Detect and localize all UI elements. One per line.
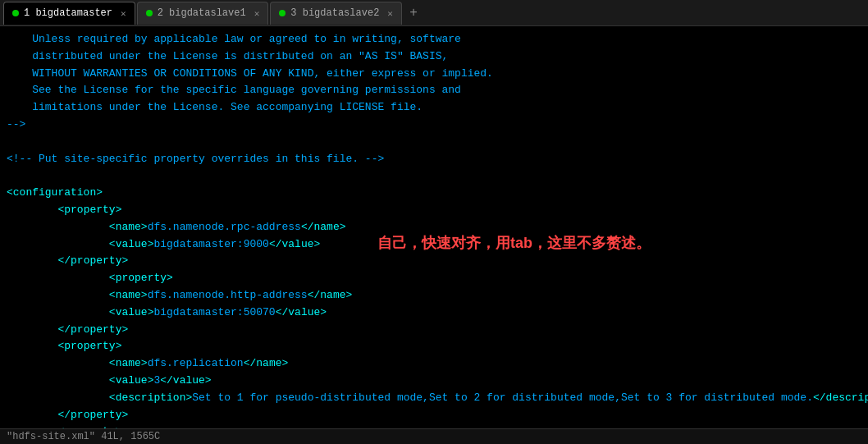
- property3-value: <value>3</value>: [7, 373, 861, 390]
- dot-3: [279, 10, 286, 16]
- tab-label-2: 2 bigdataslave1: [158, 7, 246, 19]
- configuration-open: <configuration>: [7, 185, 861, 202]
- tab-bigdataslave2[interactable]: 3 bigdataslave2 ✕: [270, 2, 402, 25]
- tab-label-1: 1 bigdatamaster: [24, 7, 112, 19]
- put-comment: <!-- Put site-specific property override…: [7, 151, 861, 168]
- license-line-2: distributed under the License is distrib…: [7, 48, 861, 66]
- editor-area: Unless required by applicable law or agr…: [0, 26, 868, 444]
- property3-desc: <description>Set to 1 for pseudo-distrib…: [7, 390, 861, 407]
- property2-close: </property>: [7, 322, 861, 339]
- active-dot: [12, 10, 19, 16]
- license-line-4: See the License for the specific languag…: [7, 82, 861, 99]
- blank-2: [7, 167, 861, 185]
- status-bar: "hdfs-site.xml" 41L, 1565C: [0, 428, 868, 444]
- property1-open: <property>: [7, 202, 861, 219]
- close-icon-1[interactable]: ✕: [121, 8, 126, 19]
- chinese-annotation: 自己，快速对齐，用tab，这里不多赘述。: [377, 233, 651, 253]
- license-line-5: limitations under the License. See accom…: [7, 99, 861, 117]
- close-icon-2[interactable]: ✕: [254, 8, 260, 19]
- property3-open: <property>: [7, 338, 861, 355]
- license-line-3: WITHOUT WARRANTIES OR CONDITIONS OF ANY …: [7, 66, 861, 83]
- license-line-1: Unless required by applicable law or agr…: [7, 31, 861, 48]
- comment-end: -->: [7, 117, 861, 134]
- tab-bar: 1 bigdatamaster ✕ 2 bigdataslave1 ✕ 3 bi…: [0, 0, 868, 26]
- tab-bigdatamaster[interactable]: 1 bigdatamaster ✕: [3, 2, 135, 25]
- dot-2: [146, 10, 153, 16]
- tab-label-3: 3 bigdataslave2: [290, 7, 379, 19]
- property2-open: <property>: [7, 270, 861, 287]
- close-icon-3[interactable]: ✕: [387, 8, 393, 19]
- property2-value: <value>bigdatamaster:50070</value>: [7, 304, 861, 322]
- file-info: "hdfs-site.xml" 41L, 1565C: [7, 431, 160, 442]
- blank-1: [7, 134, 861, 151]
- property3-name: <name>dfs.replication</name>: [7, 355, 861, 373]
- property3-close: </property>: [7, 407, 861, 424]
- property2-name: <name>dfs.namenode.http-address</name>: [7, 287, 861, 304]
- add-tab-button[interactable]: +: [404, 3, 423, 23]
- property1-close: </property>: [7, 253, 861, 270]
- tab-bigdataslave1[interactable]: 2 bigdataslave1 ✕: [137, 2, 269, 25]
